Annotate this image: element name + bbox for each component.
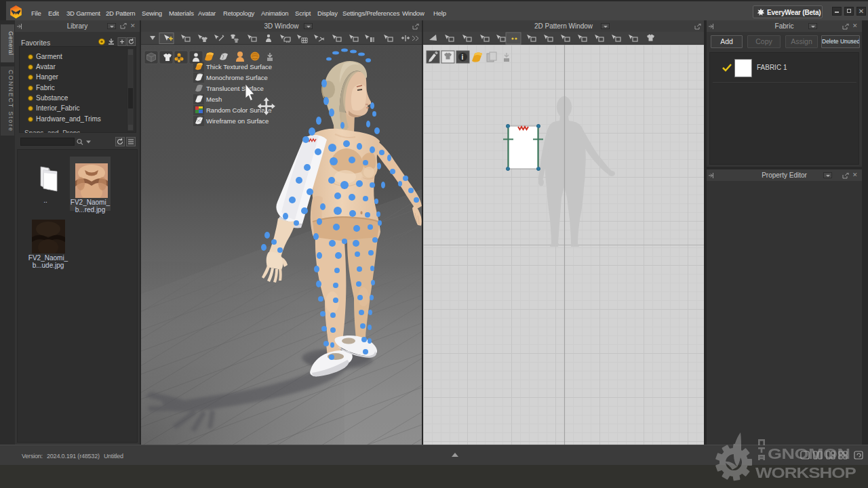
- svg-text:Thick Textured Surface: Thick Textured Surface: [206, 63, 272, 70]
- svg-text:WORKSHOP: WORKSHOP: [755, 464, 856, 481]
- svg-text:Mesh: Mesh: [206, 96, 222, 103]
- svg-text:Wireframe on Surface: Wireframe on Surface: [206, 117, 269, 125]
- svg-text:i: i: [462, 54, 464, 61]
- svg-text:Monochrome Surface: Monochrome Surface: [206, 74, 268, 81]
- svg-text:Translucent Surface: Translucent Surface: [206, 85, 264, 92]
